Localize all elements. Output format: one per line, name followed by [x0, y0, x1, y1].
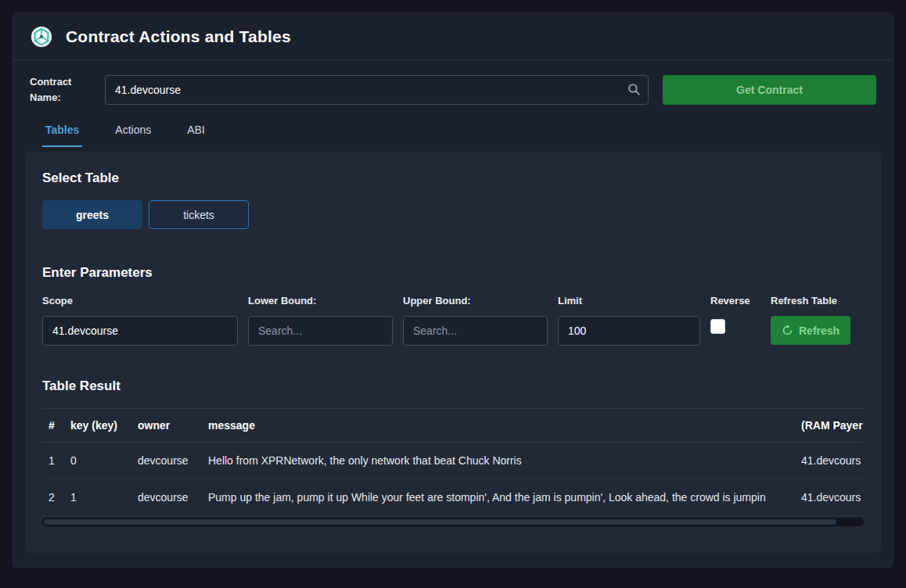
cell-index: 1 — [42, 443, 64, 479]
get-contract-button[interactable]: Get Contract — [663, 75, 876, 105]
lower-bound-field-group: Lower Bound: — [248, 295, 393, 346]
upper-bound-field-group: Upper Bound: — [403, 295, 548, 346]
tables-panel: Select Table greets tickets Enter Parame… — [25, 152, 881, 553]
lower-bound-input[interactable] — [248, 316, 393, 346]
cell-message: Pump up the jam, pump it up While your f… — [202, 479, 795, 516]
tab-actions[interactable]: Actions — [112, 116, 154, 147]
col-header-message: message — [202, 409, 795, 443]
xprnetwork-logo-icon — [30, 25, 53, 48]
parameters-row: Scope Lower Bound: Upper Bound: Limit Re… — [42, 295, 864, 346]
cell-ram-payer: 41.devcours — [795, 443, 864, 479]
limit-label: Limit — [558, 295, 700, 307]
tab-abi[interactable]: ABI — [184, 116, 208, 147]
scope-field-group: Scope — [42, 295, 238, 346]
col-header-ram-payer: (RAM Payer — [795, 409, 864, 443]
tab-tables[interactable]: Tables — [42, 116, 82, 147]
cell-owner: devcourse — [131, 443, 202, 479]
cell-owner: devcourse — [131, 479, 202, 516]
select-table-heading: Select Table — [42, 170, 864, 186]
upper-bound-label: Upper Bound: — [403, 295, 548, 307]
scope-input[interactable] — [42, 316, 238, 346]
table-row: 1 0 devcourse Hello from XPRNetwork, the… — [42, 443, 864, 479]
cell-key: 0 — [64, 443, 131, 479]
contract-name-label: Contract Name: — [30, 74, 91, 105]
table-button-row: greets tickets — [42, 200, 864, 229]
enter-parameters-heading: Enter Parameters — [42, 265, 864, 281]
page-title: Contract Actions and Tables — [66, 27, 291, 46]
table-row: 2 1 devcourse Pump up the jam, pump it u… — [42, 479, 864, 516]
refresh-field-group: Refresh Table Refresh — [771, 295, 850, 345]
contract-name-input[interactable] — [105, 75, 649, 105]
refresh-button[interactable]: Refresh — [771, 316, 850, 345]
cell-message: Hello from XPRNetwork, the only network … — [202, 443, 795, 479]
result-table-header-row: # key (key) owner message (RAM Payer — [42, 409, 864, 443]
search-icon — [627, 83, 641, 96]
reverse-label: Reverse — [710, 295, 760, 307]
horizontal-scrollbar[interactable] — [42, 518, 864, 526]
upper-bound-input[interactable] — [403, 316, 548, 346]
refresh-icon — [782, 324, 793, 336]
col-header-owner: owner — [131, 409, 202, 443]
reverse-checkbox[interactable] — [710, 319, 725, 334]
table-button-tickets[interactable]: tickets — [149, 200, 249, 229]
result-table: # key (key) owner message (RAM Payer 1 0… — [42, 408, 864, 516]
scope-label: Scope — [42, 295, 238, 307]
reverse-field-group: Reverse — [710, 295, 760, 334]
card-header: Contract Actions and Tables — [13, 13, 893, 60]
scrollbar-thumb[interactable] — [44, 519, 836, 525]
cell-ram-payer: 41.devcours — [795, 479, 864, 516]
limit-field-group: Limit — [558, 295, 700, 346]
lower-bound-label: Lower Bound: — [248, 295, 393, 307]
cell-index: 2 — [42, 479, 64, 516]
refresh-table-label: Refresh Table — [771, 295, 850, 307]
result-table-wrap: # key (key) owner message (RAM Payer 1 0… — [42, 408, 864, 526]
table-result-heading: Table Result — [42, 378, 864, 394]
main-card: Contract Actions and Tables Contract Nam… — [13, 13, 893, 568]
refresh-button-label: Refresh — [799, 324, 839, 337]
cell-key: 1 — [64, 479, 131, 516]
col-header-index: # — [42, 409, 64, 443]
limit-input[interactable] — [558, 316, 700, 346]
contract-row: Contract Name: Get Contract — [13, 60, 893, 109]
contract-input-wrap — [105, 75, 649, 105]
col-header-key: key (key) — [64, 409, 131, 443]
tab-bar: Tables Actions ABI — [13, 109, 893, 147]
table-button-greets[interactable]: greets — [42, 200, 142, 229]
